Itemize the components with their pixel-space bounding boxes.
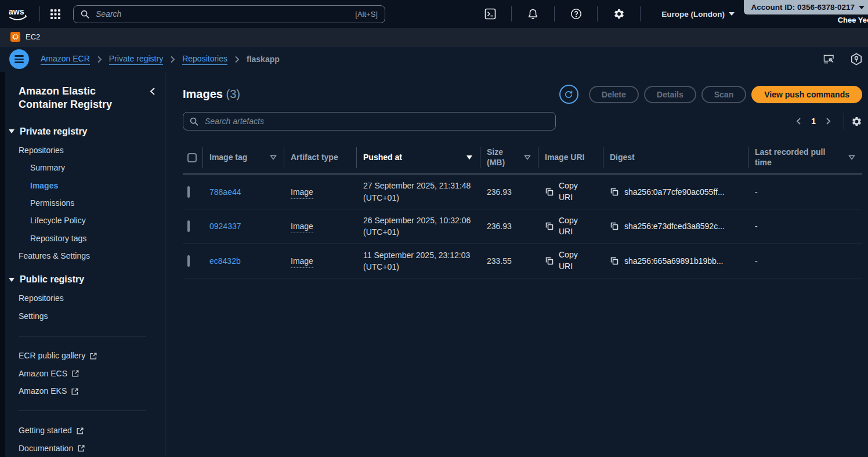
diagnostic-tools-icon[interactable] [823, 53, 836, 65]
images-count: (3) [226, 88, 240, 100]
copy-digest-button[interactable] [610, 187, 619, 197]
sidebar-link-documentation[interactable]: Documentation [19, 444, 155, 453]
cloudshell-icon[interactable] [476, 8, 504, 20]
row-checkbox[interactable] [187, 255, 190, 267]
last-pull-value: - [748, 216, 862, 236]
sort-caret-icon [524, 155, 531, 160]
copy-icon [545, 256, 554, 266]
artifact-type-value[interactable]: Image [291, 256, 313, 268]
copy-icon [545, 222, 554, 231]
external-link-icon [71, 369, 79, 378]
view-push-commands-button[interactable]: View push commands [751, 86, 862, 103]
main-panel: Images (3) Delete Details Scan View push… [165, 72, 868, 457]
divider [844, 113, 844, 129]
column-header-artifact-type[interactable]: Artifact type [284, 143, 356, 173]
breadcrumb-amazon-ecr[interactable]: Amazon ECR [41, 54, 90, 65]
column-header-image-tag[interactable]: Image tag [202, 143, 284, 173]
aws-logo[interactable]: aws [7, 6, 32, 22]
sidebar-item-public-repositories[interactable]: Repositories [19, 294, 155, 303]
details-button[interactable]: Details [644, 86, 696, 103]
search-artefacts-input[interactable] [204, 116, 549, 126]
sidebar-item-lifecycle-policy[interactable]: Lifecycle Policy [30, 216, 155, 225]
divider [640, 6, 641, 21]
sidebar-collapse-icon[interactable] [149, 87, 155, 96]
global-search-bar[interactable]: [Alt+S] [73, 5, 385, 23]
section-expanded-caret-icon [9, 129, 15, 133]
artifact-type-value[interactable]: Image [291, 222, 313, 233]
table-preferences-gear-icon[interactable] [851, 116, 862, 127]
sidebar-link-ecr-public-gallery[interactable]: ECR public gallery [19, 351, 155, 360]
row-checkbox[interactable] [187, 186, 190, 198]
breadcrumb-repositories[interactable]: Repositories [182, 54, 227, 65]
sidebar-item-repository-tags[interactable]: Repository tags [30, 234, 155, 243]
refresh-icon [564, 90, 573, 99]
size-value: 233.55 [480, 251, 538, 271]
divider [554, 6, 555, 21]
breadcrumb-current-flaskapp: flaskapp [247, 55, 280, 64]
previous-page-icon[interactable] [790, 115, 806, 128]
size-value: 236.93 [480, 216, 538, 236]
search-artefacts-box[interactable] [183, 112, 556, 130]
sidebar-section-public-registry[interactable]: Public registry [9, 274, 155, 285]
external-link-icon [77, 444, 85, 452]
copy-icon [610, 256, 619, 266]
column-header-digest[interactable]: Digest [603, 143, 748, 173]
sidebar-section-private-registry[interactable]: Private registry [9, 126, 155, 137]
row-checkbox[interactable] [187, 220, 190, 232]
current-page-number[interactable]: 1 [806, 117, 820, 126]
select-all-checkbox[interactable] [187, 153, 197, 162]
sidebar-link-amazon-ecs[interactable]: Amazon ECS [19, 369, 155, 378]
copy-uri-button[interactable]: Copy URI [545, 215, 596, 238]
amazon-q-icon[interactable] [849, 53, 863, 66]
artifact-type-value[interactable]: Image [291, 187, 313, 199]
settings-gear-icon[interactable] [605, 8, 633, 20]
image-tag-link[interactable]: 788ae44 [209, 187, 241, 197]
copy-digest-button[interactable] [610, 256, 619, 266]
search-shortcut-hint: [Alt+S] [355, 10, 378, 19]
sidebar-item-summary[interactable]: Summary [30, 164, 155, 172]
image-tag-link[interactable]: ec8432b [209, 256, 241, 266]
copy-uri-button[interactable]: Copy URI [545, 249, 596, 272]
chevron-right-icon [97, 56, 102, 63]
search-icon [81, 10, 89, 19]
table-row: ec8432b Image 11 September 2025, 23:12:0… [183, 244, 862, 279]
sidebar-item-settings[interactable]: Settings [19, 312, 155, 321]
search-icon [190, 117, 198, 126]
column-header-size[interactable]: Size (MB) [480, 142, 538, 173]
sidebar-title[interactable]: Amazon Elastic Container Registry [19, 85, 118, 111]
delete-button[interactable]: Delete [589, 86, 639, 103]
favorite-ec2-label: EC2 [26, 32, 40, 41]
hamburger-menu-icon[interactable] [9, 49, 29, 69]
table-row: 788ae44 Image 27 September 2025, 21:31:4… [183, 175, 862, 209]
divider [511, 6, 512, 21]
image-tag-link[interactable]: 0924337 [209, 222, 241, 231]
svg-text:aws: aws [9, 7, 24, 16]
sidebar-item-images[interactable]: Images [30, 182, 155, 190]
account-id-badge[interactable]: Account ID: 0356-6378-0217 [744, 0, 868, 14]
global-search-input[interactable] [95, 9, 350, 19]
column-header-last-pull[interactable]: Last recorded pull time [748, 142, 862, 173]
username-menu[interactable]: Chee Yeo [838, 16, 868, 24]
sidebar-link-amazon-eks[interactable]: Amazon EKS [19, 387, 155, 396]
help-icon[interactable] [562, 8, 590, 20]
sidebar-item-features-settings[interactable]: Features & Settings [19, 252, 155, 260]
page-title: Images (3) [183, 88, 240, 101]
region-selector[interactable]: Europe (London) [648, 10, 746, 19]
next-page-icon[interactable] [820, 115, 837, 128]
column-header-pushed-at[interactable]: Pushed at [356, 143, 480, 173]
sidebar-link-getting-started[interactable]: Getting started [19, 426, 155, 435]
scan-button[interactable]: Scan [701, 86, 746, 103]
sort-caret-icon [848, 155, 855, 160]
refresh-button[interactable] [559, 85, 578, 104]
copy-digest-button[interactable] [610, 222, 619, 231]
services-grid-icon[interactable] [47, 6, 64, 23]
sidebar-divider [19, 411, 146, 411]
external-link-icon [89, 352, 97, 360]
breadcrumb-private-registry[interactable]: Private registry [109, 54, 163, 65]
sidebar-item-permissions[interactable]: Permissions [30, 199, 155, 208]
copy-uri-button[interactable]: Copy URI [545, 180, 596, 203]
column-header-image-uri[interactable]: Image URI [538, 143, 603, 173]
favorite-ec2-shortcut[interactable]: EC2 [10, 32, 40, 42]
notifications-bell-icon[interactable] [519, 8, 547, 20]
sidebar-item-repositories[interactable]: Repositories [19, 146, 155, 155]
